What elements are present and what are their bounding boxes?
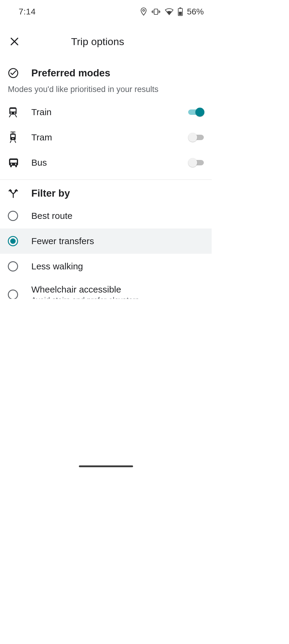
- vibrate-icon: [151, 8, 160, 15]
- svg-rect-18: [15, 166, 17, 167]
- toggle-tram[interactable]: [188, 133, 204, 142]
- svg-point-12: [12, 138, 14, 139]
- radio-unchecked-icon: [8, 261, 18, 271]
- radio-unchecked-icon: [8, 211, 18, 221]
- wifi-icon: [165, 8, 174, 15]
- close-button[interactable]: [7, 34, 22, 49]
- svg-point-16: [15, 164, 16, 165]
- svg-rect-11: [11, 135, 15, 137]
- mode-row-train[interactable]: Train: [0, 100, 212, 125]
- svg-point-0: [143, 10, 144, 11]
- svg-point-9: [14, 112, 15, 114]
- battery-icon: [178, 8, 183, 16]
- train-icon: [8, 107, 22, 118]
- filter-label: Fewer transfers: [31, 236, 204, 246]
- split-arrows-icon: [8, 188, 22, 199]
- close-icon: [9, 36, 20, 47]
- location-icon: [140, 7, 147, 16]
- mode-label: Train: [31, 107, 188, 117]
- status-battery-pct: 56%: [187, 7, 204, 17]
- filter-option-less-walking[interactable]: Less walking: [0, 254, 212, 279]
- mode-label: Tram: [31, 132, 188, 143]
- svg-point-8: [11, 112, 12, 114]
- mode-label: Bus: [31, 158, 188, 168]
- filter-option-fewer-transfers[interactable]: Fewer transfers: [0, 228, 212, 254]
- filter-label: Less walking: [31, 261, 204, 271]
- svg-rect-17: [10, 166, 12, 167]
- toggle-train[interactable]: [188, 108, 204, 117]
- section-preferred-modes: Preferred modes Modes you'd like priorit…: [0, 60, 212, 180]
- section-filter-by: Filter by Best route Fewer transfers Les…: [0, 180, 212, 314]
- section-subtitle: Modes you'd like prioritised in your res…: [0, 83, 212, 100]
- svg-rect-1: [154, 9, 158, 14]
- svg-point-15: [11, 164, 12, 165]
- filter-option-best-route[interactable]: Best route: [0, 203, 212, 228]
- bus-icon: [8, 158, 22, 168]
- section-title: Preferred modes: [31, 67, 110, 79]
- page-header: Trip options: [0, 23, 212, 60]
- svg-rect-7: [10, 109, 16, 112]
- check-circle-icon: [8, 68, 22, 78]
- svg-rect-4: [179, 12, 182, 15]
- radio-checked-icon: [8, 236, 18, 246]
- radio-unchecked-icon: [8, 290, 18, 300]
- mode-row-bus[interactable]: Bus: [0, 150, 212, 175]
- toggle-bus[interactable]: [188, 158, 204, 167]
- svg-rect-14: [10, 160, 17, 163]
- tram-icon: [8, 131, 22, 143]
- section-title: Filter by: [31, 188, 70, 199]
- svg-rect-3: [179, 8, 181, 8]
- page-title: Trip options: [71, 36, 124, 48]
- status-time: 7:14: [19, 7, 36, 17]
- home-indicator: [79, 465, 133, 467]
- filter-label: Best route: [31, 211, 204, 221]
- mode-row-tram[interactable]: Tram: [0, 125, 212, 150]
- filter-label: Wheelchair accessible: [31, 284, 204, 295]
- status-bar: 7:14 56%: [0, 0, 212, 23]
